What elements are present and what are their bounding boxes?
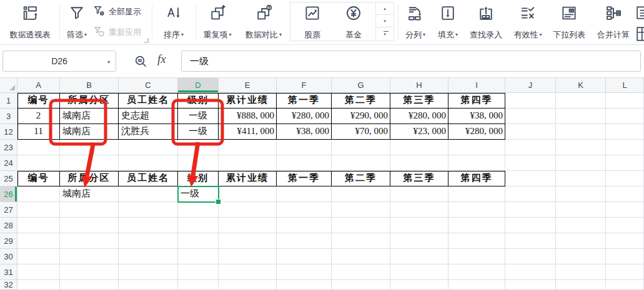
cell-L28[interactable] — [606, 218, 644, 233]
cell-K24[interactable] — [556, 155, 606, 171]
cell-K31[interactable] — [556, 264, 606, 280]
cell-I31[interactable] — [448, 264, 505, 280]
cell-H26[interactable] — [390, 186, 448, 202]
name-box-caret-icon[interactable]: ▾ — [107, 59, 110, 65]
cell-C26[interactable] — [119, 186, 178, 202]
row-header-12[interactable]: 12 — [0, 124, 17, 140]
cell-J31[interactable] — [505, 264, 556, 280]
cell-H24[interactable] — [390, 155, 448, 171]
cell-B30[interactable] — [60, 249, 119, 264]
cell-C28[interactable] — [119, 218, 178, 233]
cell-D1[interactable]: 级别 — [178, 93, 219, 109]
cell-I24[interactable] — [448, 155, 505, 171]
cell-G26[interactable] — [332, 186, 390, 202]
cell-C27[interactable] — [119, 202, 178, 218]
cell-H27[interactable] — [390, 202, 448, 218]
cell-F12[interactable]: ¥38, 000 — [277, 124, 332, 140]
cell-A31[interactable] — [17, 264, 60, 280]
cell-D28[interactable] — [178, 218, 219, 233]
cell-F31[interactable] — [277, 264, 332, 280]
row-header-27[interactable]: 27 — [0, 202, 17, 218]
cell-E12[interactable]: ¥411, 000 — [219, 124, 277, 140]
cell-K23[interactable] — [556, 140, 606, 155]
cell-H30[interactable] — [390, 249, 448, 264]
dropdown-list-button[interactable]: 下拉列表 — [547, 2, 592, 41]
cell-J32[interactable] — [505, 280, 556, 290]
cell-H29[interactable] — [390, 233, 448, 249]
row-header-24[interactable]: 24 — [0, 155, 17, 171]
cell-L32[interactable] — [606, 280, 644, 290]
cell-D30[interactable] — [178, 249, 219, 264]
cell-F30[interactable] — [277, 249, 332, 264]
column-header-K[interactable]: K — [556, 78, 606, 93]
cell-B24[interactable] — [60, 155, 119, 171]
cell-G24[interactable] — [332, 155, 390, 171]
cell-G1[interactable]: 第二季 — [332, 93, 390, 109]
cell-C25[interactable]: 员工姓名 — [119, 171, 178, 186]
cell-H1[interactable]: 第三季 — [390, 93, 448, 109]
cell-D29[interactable] — [178, 233, 219, 249]
cell-L24[interactable] — [606, 155, 644, 171]
cell-B1[interactable]: 所属分区 — [60, 93, 119, 109]
cell-A12[interactable]: 11 — [17, 124, 60, 140]
cell-G27[interactable] — [332, 202, 390, 218]
cell-K27[interactable] — [556, 202, 606, 218]
cell-B12[interactable]: 城南店 — [60, 124, 119, 140]
row-header-29[interactable]: 29 — [0, 233, 17, 249]
gallery-expand-button[interactable]: ▾ — [376, 27, 394, 41]
cell-J23[interactable] — [505, 140, 556, 155]
cell-F24[interactable] — [277, 155, 332, 171]
cell-G30[interactable] — [332, 249, 390, 264]
cell-F27[interactable] — [277, 202, 332, 218]
column-header-H[interactable]: H — [390, 78, 448, 93]
cell-J1[interactable] — [505, 93, 556, 109]
cell-I23[interactable] — [448, 140, 505, 155]
cell-K32[interactable] — [556, 280, 606, 290]
cell-C29[interactable] — [119, 233, 178, 249]
cell-E27[interactable] — [219, 202, 277, 218]
cell-H23[interactable] — [390, 140, 448, 155]
column-header-L[interactable]: L — [606, 78, 644, 93]
cell-I28[interactable] — [448, 218, 505, 233]
cell-I29[interactable] — [448, 233, 505, 249]
cell-C31[interactable] — [119, 264, 178, 280]
cell-F3[interactable]: ¥280, 000 — [277, 109, 332, 124]
cell-E28[interactable] — [219, 218, 277, 233]
cell-H12[interactable]: ¥23, 000 — [390, 124, 448, 140]
column-header-C[interactable]: C — [119, 78, 178, 93]
show-all-button[interactable]: 全部显示 — [93, 4, 151, 19]
cell-K12[interactable] — [556, 124, 606, 140]
cell-A26[interactable] — [17, 186, 60, 202]
reapply-button[interactable]: 重新应用 — [93, 25, 151, 40]
name-box[interactable]: D26 ▾ — [2, 51, 116, 72]
cell-H32[interactable] — [390, 280, 448, 290]
pivot-table-button[interactable]: 数据透视表 — [1, 2, 59, 41]
cell-A3[interactable]: 2 — [17, 109, 60, 124]
cell-C24[interactable] — [119, 155, 178, 171]
cell-E32[interactable] — [219, 280, 277, 290]
cell-L12[interactable] — [606, 124, 644, 140]
cell-J25[interactable] — [505, 171, 556, 186]
cell-K25[interactable] — [556, 171, 606, 186]
cell-J3[interactable] — [505, 109, 556, 124]
cell-H3[interactable]: ¥280, 000 — [390, 109, 448, 124]
cell-C23[interactable] — [119, 140, 178, 155]
cell-D32[interactable] — [178, 280, 219, 290]
row-header-32[interactable]: 32 — [0, 280, 17, 290]
cell-K30[interactable] — [556, 249, 606, 264]
cell-L27[interactable] — [606, 202, 644, 218]
row-header-26[interactable]: 26 — [0, 186, 17, 202]
text-to-columns-button[interactable]: 分列▾ — [400, 2, 430, 41]
cell-I32[interactable] — [448, 280, 505, 290]
cell-I30[interactable] — [448, 249, 505, 264]
cell-A1[interactable]: 编号 — [17, 93, 60, 109]
dialog-launcher-icon[interactable] — [143, 34, 149, 46]
data-compare-button[interactable]: 数据对比▾ — [239, 2, 289, 41]
cell-L3[interactable] — [606, 109, 644, 124]
cell-J12[interactable] — [505, 124, 556, 140]
cell-E26[interactable] — [219, 186, 277, 202]
cell-D24[interactable] — [178, 155, 219, 171]
cell-E30[interactable] — [219, 249, 277, 264]
sort-button[interactable]: 排序▾ — [154, 2, 193, 41]
cell-A29[interactable] — [17, 233, 60, 249]
